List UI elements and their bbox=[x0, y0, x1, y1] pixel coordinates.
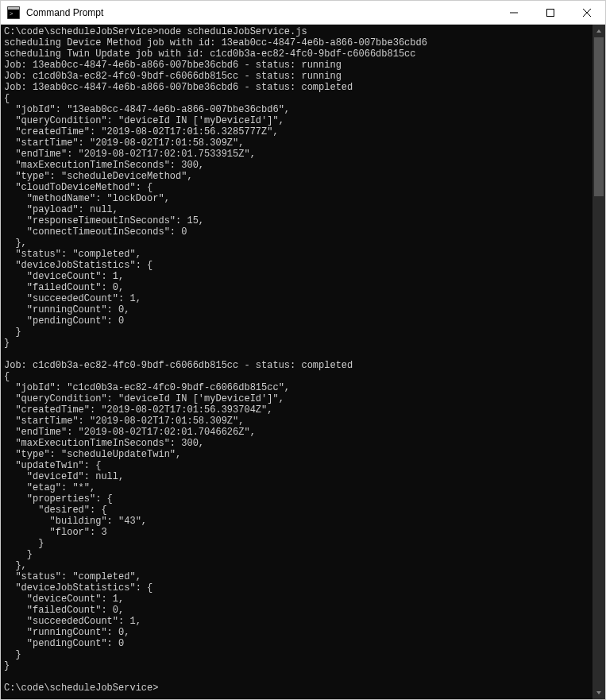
svg-marker-7 bbox=[596, 29, 601, 33]
terminal-line: "pendingCount": 0 bbox=[4, 315, 589, 327]
terminal-line: "status": "completed", bbox=[4, 571, 589, 582]
terminal-line: } bbox=[4, 538, 589, 549]
terminal-line: "type": "scheduleDeviceMethod", bbox=[4, 171, 589, 182]
terminal-line: "pendingCount": 0 bbox=[4, 638, 589, 649]
terminal-line: }, bbox=[4, 560, 589, 571]
terminal-line: Job: 13eab0cc-4847-4e6b-a866-007bbe36cbd… bbox=[4, 82, 589, 93]
app-icon: > bbox=[7, 6, 20, 19]
terminal-line: "cloudToDeviceMethod": { bbox=[4, 182, 589, 193]
minimize-button[interactable] bbox=[496, 1, 532, 24]
terminal-line: "failedCount": 0, bbox=[4, 282, 589, 293]
terminal-line: "startTime": "2019-08-02T17:01:58.309Z", bbox=[4, 416, 589, 427]
terminal-line: C:\code\scheduleJobService>node schedule… bbox=[4, 26, 589, 37]
terminal-line: "succeededCount": 1, bbox=[4, 293, 589, 304]
scrollbar-down-button[interactable] bbox=[592, 686, 605, 699]
terminal-line: scheduling Twin Update job with id: c1cd… bbox=[4, 48, 589, 60]
terminal-line: "deviceId": null, bbox=[4, 471, 589, 482]
terminal-line: "deviceJobStatistics": { bbox=[4, 582, 589, 594]
terminal-line: "maxExecutionTimeInSeconds": 300, bbox=[4, 160, 589, 171]
svg-marker-8 bbox=[596, 691, 601, 694]
terminal-line: "startTime": "2019-08-02T17:01:58.309Z", bbox=[4, 137, 589, 149]
terminal-line: C:\code\scheduleJobService> bbox=[4, 683, 589, 694]
terminal-line: "properties": { bbox=[4, 493, 589, 505]
terminal-line: "endTime": "2019-08-02T17:02:01.7046626Z… bbox=[4, 427, 589, 438]
terminal-area: C:\code\scheduleJobService>node schedule… bbox=[1, 25, 605, 699]
terminal-line: "deviceJobStatistics": { bbox=[4, 260, 589, 271]
terminal-line: "runningCount": 0, bbox=[4, 304, 589, 315]
maximize-button[interactable] bbox=[532, 1, 569, 24]
terminal-line: }, bbox=[4, 238, 589, 249]
terminal-line: "type": "scheduleUpdateTwin", bbox=[4, 449, 589, 460]
svg-rect-4 bbox=[547, 9, 554, 16]
terminal-line: { bbox=[4, 93, 589, 104]
terminal-line: "updateTwin": { bbox=[4, 460, 589, 471]
terminal-line: "status": "completed", bbox=[4, 249, 589, 260]
terminal-line: "jobId": "13eab0cc-4847-4e6b-a866-007bbe… bbox=[4, 104, 589, 115]
vertical-scrollbar[interactable] bbox=[592, 25, 605, 699]
window-title: Command Prompt bbox=[26, 7, 496, 18]
terminal-line: "connectTimeoutInSeconds": 0 bbox=[4, 226, 589, 238]
command-prompt-window: > Command Prompt C:\code\scheduleJobServ… bbox=[0, 0, 606, 700]
terminal-line: { bbox=[4, 371, 589, 382]
terminal-line: "queryCondition": "deviceId IN ['myDevic… bbox=[4, 115, 589, 126]
terminal-line bbox=[4, 671, 589, 683]
terminal-line: "building": "43", bbox=[4, 516, 589, 527]
terminal-line: scheduling Device Method job with id: 13… bbox=[4, 37, 589, 48]
terminal-output[interactable]: C:\code\scheduleJobService>node schedule… bbox=[1, 25, 592, 699]
terminal-line: } bbox=[4, 338, 589, 349]
terminal-line: "succeededCount": 1, bbox=[4, 616, 589, 627]
terminal-line: "deviceCount": 1, bbox=[4, 271, 589, 282]
terminal-line: "runningCount": 0, bbox=[4, 627, 589, 638]
terminal-line: Job: c1cd0b3a-ec82-4fc0-9bdf-c6066db815c… bbox=[4, 360, 589, 371]
terminal-line: "floor": 3 bbox=[4, 527, 589, 538]
terminal-line: } bbox=[4, 649, 589, 660]
terminal-line: "jobId": "c1cd0b3a-ec82-4fc0-9bdf-c6066d… bbox=[4, 382, 589, 393]
terminal-line: "createdTime": "2019-08-02T17:01:56.3285… bbox=[4, 126, 589, 137]
terminal-line: "responseTimeoutInSeconds": 15, bbox=[4, 215, 589, 226]
terminal-line: "createdTime": "2019-08-02T17:01:56.3937… bbox=[4, 404, 589, 416]
scrollbar-thumb[interactable] bbox=[594, 37, 604, 196]
terminal-line: Job: 13eab0cc-4847-4e6b-a866-007bbe36cbd… bbox=[4, 60, 589, 71]
terminal-line: "endTime": "2019-08-02T17:02:01.7533915Z… bbox=[4, 149, 589, 160]
terminal-line: "maxExecutionTimeInSeconds": 300, bbox=[4, 438, 589, 449]
window-controls bbox=[496, 1, 605, 24]
terminal-line bbox=[4, 349, 589, 360]
scrollbar-up-button[interactable] bbox=[592, 25, 605, 37]
terminal-line: "methodName": "lockDoor", bbox=[4, 193, 589, 204]
svg-text:>: > bbox=[10, 10, 14, 17]
terminal-line: } bbox=[4, 660, 589, 671]
terminal-line: "desired": { bbox=[4, 505, 589, 516]
terminal-line: "failedCount": 0, bbox=[4, 605, 589, 616]
svg-rect-1 bbox=[8, 7, 19, 10]
terminal-line: "etag": "*", bbox=[4, 482, 589, 493]
titlebar[interactable]: > Command Prompt bbox=[1, 1, 605, 25]
terminal-line: "deviceCount": 1, bbox=[4, 594, 589, 605]
terminal-line: Job: c1cd0b3a-ec82-4fc0-9bdf-c6066db815c… bbox=[4, 71, 589, 82]
terminal-line: "queryCondition": "deviceId IN ['myDevic… bbox=[4, 393, 589, 404]
terminal-line: } bbox=[4, 327, 589, 338]
terminal-line: } bbox=[4, 549, 589, 560]
terminal-line: "payload": null, bbox=[4, 204, 589, 215]
close-button[interactable] bbox=[569, 1, 605, 24]
